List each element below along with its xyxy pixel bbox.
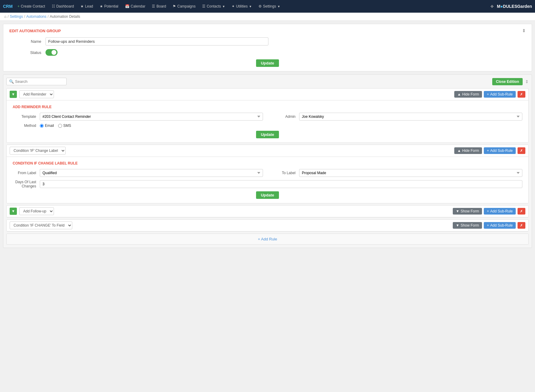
rule-2-update-btn[interactable]: Update	[256, 191, 279, 199]
modules-garden-logo: M●DULESGarden	[497, 4, 532, 9]
top-navigation: CRM + Create Contact ☷ Dashboard ★ Lead …	[0, 0, 535, 13]
admin-label: Admin	[272, 114, 299, 119]
breadcrumb-current: Automation Details	[50, 14, 80, 19]
chevron-down-icon3: ▼	[277, 5, 280, 8]
expand-icon[interactable]: ⇕	[525, 79, 529, 84]
rule-1-method-row: Method Email SMS	[13, 124, 522, 128]
search-bar: 🔍 Close Edition ⇕	[6, 78, 529, 85]
rule-2-form-title: CONDITION IF CHANGE LABEL RULE	[13, 161, 522, 165]
rule-1-add-sub-btn[interactable]: + Add Sub-Rule	[484, 91, 516, 98]
rule-3-remove-btn[interactable]: ✗	[518, 208, 525, 215]
rule-3: ▼ Add Follow-up ▼ Show Form + Add Sub-Ru…	[6, 205, 529, 218]
rule-4-add-sub-btn[interactable]: + Add Sub-Rule	[484, 222, 516, 229]
status-label: Status	[9, 50, 45, 55]
plus-icon: +	[487, 92, 489, 96]
edit-automation-panel: EDIT AUTOMATION GROUP ⇕ Name Status Upda…	[3, 24, 532, 71]
hide-icon: ▲	[457, 92, 461, 96]
rule-1-remove-btn[interactable]: ✗	[518, 91, 525, 98]
rule-1-update-btn[interactable]: Update	[256, 131, 279, 138]
plus-icon4: +	[487, 223, 489, 227]
create-contact-btn[interactable]: + Create Contact	[14, 3, 48, 10]
nav-lead[interactable]: ★ Lead	[77, 3, 96, 10]
rule-2-hide-form-btn[interactable]: ▲ Hide Form	[454, 147, 482, 154]
days-label: Days Of Last Changes	[13, 180, 40, 188]
rule-3-header: ▼ Add Follow-up ▼ Show Form + Add Sub-Ru…	[7, 205, 528, 217]
add-rule-bar: + Add Rule	[6, 234, 529, 245]
hide-icon2: ▲	[457, 149, 461, 153]
maximize-icon[interactable]: ⇕	[522, 28, 526, 33]
edit-panel-title: EDIT AUTOMATION GROUP	[9, 29, 61, 33]
campaigns-icon: ⚑	[173, 4, 176, 8]
rule-2-add-sub-btn[interactable]: + Add Sub-Rule	[484, 147, 516, 154]
method-sms-option[interactable]: SMS	[58, 124, 71, 128]
template-select[interactable]: #203 Client Contact Reminder	[40, 113, 263, 121]
update-automation-btn[interactable]: Update	[256, 59, 279, 67]
star2-icon: ★	[100, 4, 103, 8]
rule-1-hide-form-btn[interactable]: ▲ Hide Form	[454, 91, 482, 98]
rule-4-header: Condition 'IF CHANGE' To Field ▼ Show Fo…	[7, 220, 528, 231]
template-label: Template	[13, 114, 40, 119]
nav-utilities[interactable]: ✦ Utilities ▼	[229, 3, 255, 10]
from-label-select[interactable]: Qualified	[40, 169, 263, 177]
to-label-select[interactable]: Proposal Made	[299, 169, 522, 177]
status-row: Status	[9, 49, 526, 56]
search-input-wrap: 🔍	[6, 78, 67, 85]
rule-1-template-row: Template #203 Client Contact Reminder Ad…	[13, 113, 522, 121]
nav-potential[interactable]: ★ Potential	[97, 3, 121, 10]
admin-select[interactable]: Joe Kowalsky	[299, 113, 522, 121]
rule-3-add-sub-btn[interactable]: + Add Sub-Rule	[484, 208, 516, 215]
calendar-icon: 📅	[125, 4, 130, 8]
breadcrumb-settings[interactable]: Settings	[10, 14, 23, 19]
nav-campaigns[interactable]: ⚑ Campaigns	[170, 3, 199, 10]
rule-4-remove-btn[interactable]: ✗	[518, 222, 525, 229]
rule-2-remove-btn[interactable]: ✗	[518, 147, 525, 154]
nav-calendar[interactable]: 📅 Calendar	[122, 3, 149, 10]
nav-contacts[interactable]: ☰ Contacts ▼	[199, 3, 228, 10]
nav-dashboard[interactable]: ☷ Dashboard	[49, 3, 77, 10]
method-email-option[interactable]: Email	[40, 124, 54, 128]
status-toggle[interactable]	[45, 49, 58, 56]
rule-1-form-title: ADD REMINDER RULE	[13, 105, 522, 109]
nav-items: + Create Contact ☷ Dashboard ★ Lead ★ Po…	[14, 3, 491, 10]
rule-1-select[interactable]: Add Reminder	[19, 90, 54, 98]
rule-1-toggle[interactable]: ▼	[10, 91, 17, 98]
rule-3-show-form-btn[interactable]: ▼ Show Form	[453, 208, 482, 215]
name-input[interactable]	[45, 37, 268, 45]
method-label: Method	[13, 124, 40, 128]
show-form-icon: ▼	[456, 209, 459, 213]
nav-right: ✥ M●DULESGarden	[490, 4, 532, 9]
board-icon: ☰	[152, 4, 155, 8]
plus-icon2: +	[487, 149, 489, 153]
home-icon: ⌂	[4, 14, 6, 19]
nav-settings[interactable]: ⚙ Settings ▼	[255, 3, 283, 10]
brand-logo: CRM	[3, 4, 14, 9]
rule-1: ▼ Add Reminder ▲ Hide Form + Add Sub-Rul…	[6, 88, 529, 143]
rule-4-show-form-btn[interactable]: ▼ Show Form	[453, 222, 482, 229]
days-input[interactable]	[40, 180, 522, 188]
gear-icon: ⚙	[258, 4, 262, 8]
edit-panel-header: EDIT AUTOMATION GROUP ⇕	[9, 28, 526, 33]
fullscreen-icon[interactable]: ✥	[490, 4, 494, 9]
to-label-label: To Label	[272, 171, 299, 175]
rule-1-header: ▼ Add Reminder ▲ Hide Form + Add Sub-Rul…	[7, 89, 528, 100]
search-input[interactable]	[15, 79, 64, 84]
star-icon: ★	[80, 4, 84, 8]
rule-1-form: ADD REMINDER RULE Template #203 Client C…	[7, 100, 528, 143]
plus-icon3: +	[487, 209, 489, 213]
rule-3-select[interactable]: Add Follow-up	[19, 207, 54, 215]
contacts-icon: ☰	[202, 4, 205, 8]
add-rule-btn[interactable]: + Add Rule	[258, 237, 277, 241]
name-row: Name	[9, 37, 526, 45]
rule-4-select[interactable]: Condition 'IF CHANGE' To Field	[10, 221, 72, 229]
rule-2-select[interactable]: Condition 'IF' Change Label	[10, 147, 66, 155]
close-edition-btn[interactable]: Close Edition	[492, 78, 523, 85]
automation-area: 🔍 Close Edition ⇕ ▼ Add Reminder ▲	[3, 74, 532, 248]
rule-2-days-row: Days Of Last Changes	[13, 180, 522, 188]
rule-2-labels-row: From Label Qualified To Label Proposal M…	[13, 169, 522, 177]
rule-3-toggle[interactable]: ▼	[10, 208, 17, 215]
rule-2-form: CONDITION IF CHANGE LABEL RULE From Labe…	[7, 157, 528, 203]
dashboard-icon: ☷	[52, 4, 55, 8]
breadcrumb-automations[interactable]: Automations	[26, 14, 46, 19]
chevron-down-icon2: ▼	[249, 5, 252, 8]
nav-board[interactable]: ☰ Board	[149, 3, 169, 10]
